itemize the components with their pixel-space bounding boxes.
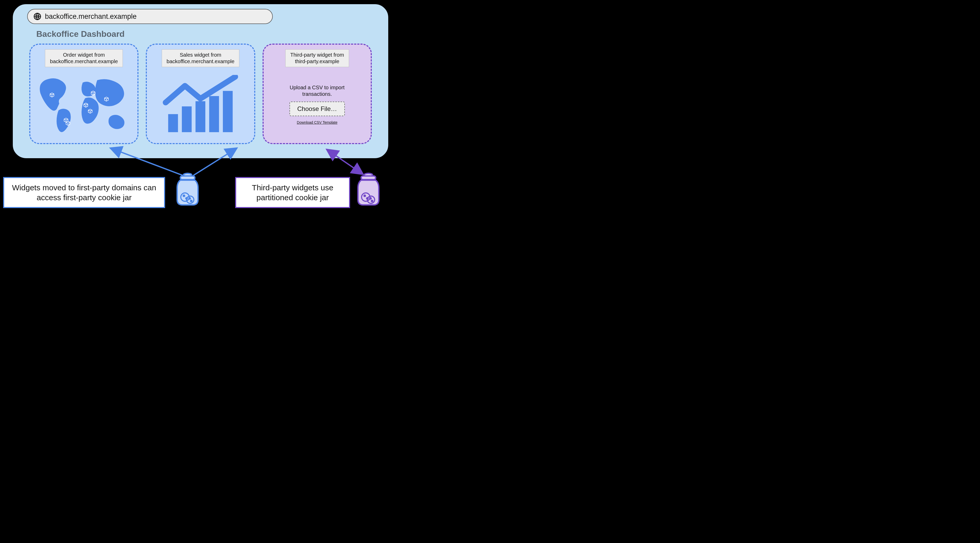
svg-point-15: [189, 198, 191, 199]
globe-icon: [33, 13, 41, 21]
third-party-caption: Third-party widgets use partitioned cook…: [235, 177, 350, 208]
order-widget-label: Order widget from backoffice.merchant.ex…: [45, 49, 123, 67]
page-title: Backoffice Dashboard: [36, 29, 374, 39]
svg-rect-1: [168, 114, 178, 132]
order-widget: Order widget from backoffice.merchant.ex…: [29, 44, 138, 144]
svg-rect-4: [209, 96, 219, 132]
sales-widget: Sales widget from backoffice.merchant.ex…: [146, 44, 255, 144]
svg-rect-5: [223, 91, 233, 132]
svg-point-24: [371, 200, 373, 202]
third-party-cookie-jar-icon: [355, 172, 382, 208]
address-bar-text: backoffice.merchant.example: [45, 13, 137, 21]
svg-rect-10: [180, 176, 195, 179]
svg-rect-18: [361, 176, 376, 179]
address-bar[interactable]: backoffice.merchant.example: [27, 9, 273, 24]
third-party-widget: Third-party widget from third-party.exam…: [262, 44, 372, 144]
first-party-cookie-jar-icon: [175, 172, 200, 208]
svg-point-13: [183, 195, 185, 197]
svg-point-21: [364, 195, 366, 197]
choose-file-button[interactable]: Choose File…: [290, 102, 345, 116]
download-template-link[interactable]: Download CSV Template: [297, 120, 337, 124]
svg-point-14: [186, 198, 187, 199]
svg-rect-3: [196, 101, 205, 132]
first-party-caption: Widgets moved to first-party domains can…: [3, 177, 165, 208]
svg-point-22: [367, 198, 368, 199]
bar-chart-icon: [162, 75, 239, 138]
world-map-icon: [35, 71, 132, 138]
third-party-widget-label: Third-party widget from third-party.exam…: [285, 49, 349, 67]
svg-point-23: [370, 198, 371, 199]
widgets-row: Order widget from backoffice.merchant.ex…: [27, 44, 374, 144]
upload-instruction: Upload a CSV to import transactions.: [283, 84, 351, 97]
sales-widget-label: Sales widget from backoffice.merchant.ex…: [162, 49, 240, 67]
svg-rect-2: [182, 106, 192, 132]
browser-window: backoffice.merchant.example Backoffice D…: [12, 3, 389, 159]
svg-point-16: [191, 200, 192, 202]
